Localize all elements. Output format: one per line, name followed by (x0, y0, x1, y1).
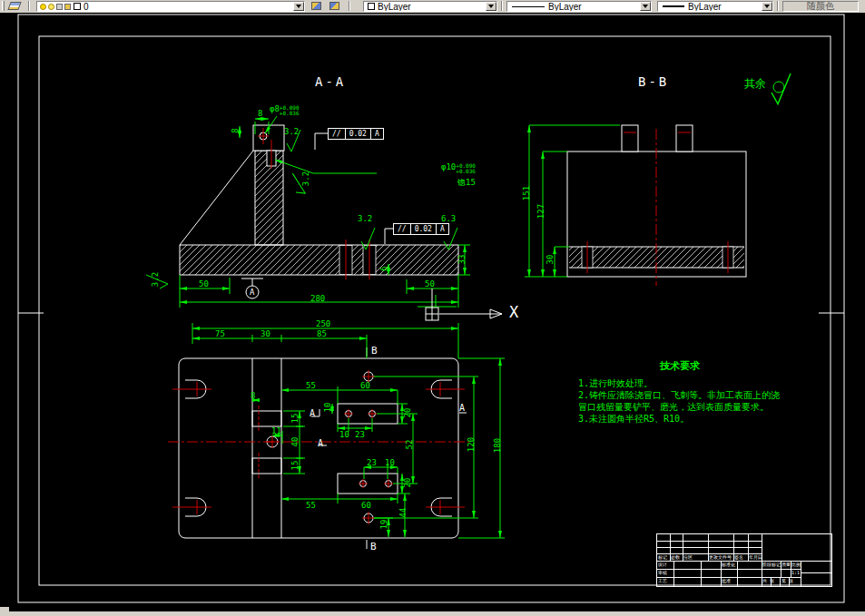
dim-8-top: 8 (258, 109, 262, 118)
layer-freeze-sun-icon[interactable] (48, 4, 54, 10)
chevron-down-icon (296, 5, 301, 11)
datum-a-label: A (250, 288, 254, 297)
dim-23-b: 23 (367, 458, 377, 467)
surface-finish-3-2-top: 3.2 (284, 127, 299, 136)
dim-20-bottom: 20 (403, 478, 412, 488)
dim-60-bottom: 60 (361, 501, 371, 510)
plot-style-control: 随颜色 (782, 1, 859, 12)
dim-19: 19 (379, 520, 388, 530)
parallelism-frame-base: //0.02A (393, 223, 449, 235)
dim-33: 33 (457, 255, 467, 265)
dim-30-bb: 30 (546, 255, 555, 265)
title-block: 标记 处数 分区 更改文件号 签名 年月日 设计 审核 工艺 标准化 批准 阶段… (656, 533, 832, 587)
chevron-down-icon (764, 5, 770, 11)
dim-55-bottom: 55 (306, 501, 316, 510)
make-layer-current-button[interactable] (309, 0, 323, 12)
lineweight-dropdown-button[interactable] (762, 2, 772, 11)
dim-127: 127 (536, 204, 546, 219)
tech-requirement-line-1: 1.进行时效处理。 (578, 377, 653, 389)
counterbore-note: 锪15 (457, 177, 476, 189)
tb-mass: 质量 (781, 562, 791, 568)
dim-8-left: 8 (231, 128, 240, 132)
dim-40: 40 (290, 437, 300, 447)
layer-lock-icon[interactable] (56, 4, 63, 10)
dim-30-plan: 30 (260, 329, 270, 338)
tb-rev-sign: 签名 (734, 554, 747, 561)
tech-requirement-line-3: 冒口残留量要铲平、磨光，达到表面质量要求。 (578, 401, 769, 413)
parallelism-frame-top: //0.02A (328, 128, 384, 140)
section-a-mark-mid: A (318, 438, 323, 448)
surface-finish-3-2-base: 3.2 (358, 214, 372, 223)
x-axis-arrow (439, 309, 502, 318)
layer-control-combo[interactable]: 0 (36, 1, 305, 12)
layer-properties-button[interactable] (7, 0, 22, 12)
dim-phi8: φ8+0.090+0.036 (270, 104, 300, 116)
surface-finish-6-3: 6.3 (441, 214, 456, 223)
toolbar-separator (501, 1, 503, 11)
dim-151: 151 (522, 186, 531, 200)
lineweight-sample-icon (663, 5, 684, 7)
layer-plot-icon[interactable] (64, 4, 71, 10)
view-aa-geometry (180, 125, 458, 298)
tech-requirement-line-4: 3.未注圆角半径R5、R10。 (578, 413, 689, 425)
tech-requirements-title: 技术要求 (660, 360, 700, 372)
dim-75: 75 (215, 329, 225, 338)
view-plan-geometry (179, 347, 467, 549)
tech-requirement-line-2: 2.铸件应清除浇冒口、飞刺等。非加工表面上的浇 (578, 389, 780, 401)
tb-role-check: 审核 (658, 570, 673, 576)
layer-dropdown-button[interactable] (293, 2, 304, 11)
plot-style-value: 随颜色 (807, 0, 834, 13)
surface-finish-3-2-left: 3.2 (151, 272, 160, 287)
status-strip (0, 611, 865, 616)
tb-role-process: 工艺 (658, 578, 673, 584)
linetype-value: ByLayer (548, 2, 582, 12)
tb-sheet-total: 共 张 (762, 578, 781, 584)
layer-color-swatch (74, 3, 81, 10)
dim-85: 85 (317, 329, 327, 338)
layer-previous-button[interactable] (327, 0, 341, 12)
dim-50-right: 50 (425, 279, 435, 288)
tb-rev-mark: 标记 (658, 554, 670, 561)
section-a-mark-right: A (459, 403, 465, 413)
layer-on-bulb-icon[interactable] (40, 4, 46, 10)
tb-stage: 阶段标记 (762, 562, 781, 568)
dim-52: 52 (405, 440, 414, 450)
linetype-control-combo[interactable]: ByLayer (506, 1, 652, 12)
toolbar-separator (28, 1, 30, 11)
color-dropdown-button[interactable] (486, 2, 496, 11)
tb-sheet-num: 第 张 (781, 578, 800, 584)
layer-name: 0 (84, 2, 89, 12)
dim-180: 180 (493, 438, 502, 453)
toolbar-separator (777, 1, 779, 11)
drawing-canvas[interactable] (0, 0, 865, 616)
crosshair-cursor (426, 288, 438, 320)
section-aa-title: A-A (315, 74, 346, 89)
make-layer-current-icon (311, 2, 321, 10)
toolbar-grip[interactable] (2, 1, 5, 11)
dim-23-a: 23 (355, 430, 365, 439)
toolbar: 0 ByLayer ByLayer ByLayer 随颜色 (0, 0, 865, 13)
section-b-mark-top: B (371, 345, 378, 357)
tb-rev-count: 处数 (671, 554, 683, 561)
layer-previous-icon (329, 2, 339, 10)
rest-surfaces-label: 其余 (744, 76, 766, 92)
layers-icon (7, 2, 21, 10)
section-bb-title: B-B (638, 74, 669, 89)
dim-8-plan: 8 (251, 391, 255, 400)
dim-15-b: 15 (290, 461, 300, 471)
section-a-mark-left: A (310, 408, 315, 418)
dim-phi10: φ10+0.090+0.036 (441, 162, 476, 174)
lineweight-control-combo[interactable]: ByLayer (657, 1, 773, 12)
dim-280: 280 (310, 294, 325, 303)
dim-44: 44 (398, 508, 408, 518)
dim-250: 250 (316, 319, 330, 328)
dim-10-a: 10 (339, 430, 349, 439)
linetype-dropdown-button[interactable] (640, 2, 651, 11)
color-value: ByLayer (378, 2, 411, 12)
tb-scale-value: 1:1 (791, 570, 801, 576)
color-control-combo[interactable]: ByLayer (363, 1, 497, 12)
dim-11: 11 (271, 426, 281, 435)
dim-50-left: 50 (199, 279, 209, 288)
lineweight-value: ByLayer (688, 2, 722, 12)
autocad-window: { "toolbar":{ "layer_name":"0", "color_v… (0, 0, 865, 616)
